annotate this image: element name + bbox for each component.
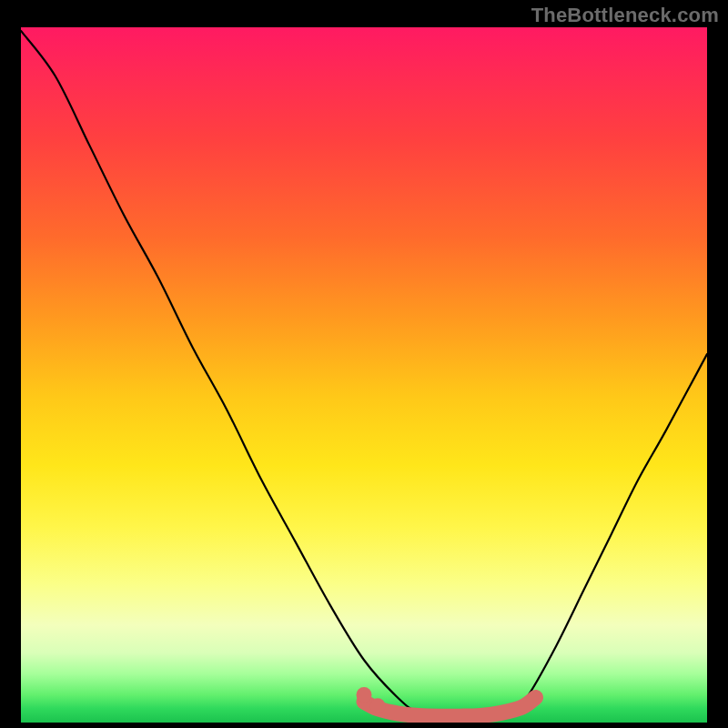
curve-overlay-svg — [21, 27, 707, 723]
flat-band-highlight — [364, 697, 536, 716]
watermark-text: TheBottleneck.com — [531, 4, 719, 27]
bottleneck-curve — [21, 31, 707, 717]
plot-area — [21, 27, 707, 723]
chart-frame: TheBottleneck.com — [0, 0, 728, 728]
marker-dot — [370, 698, 386, 713]
marker-dot — [357, 687, 372, 703]
